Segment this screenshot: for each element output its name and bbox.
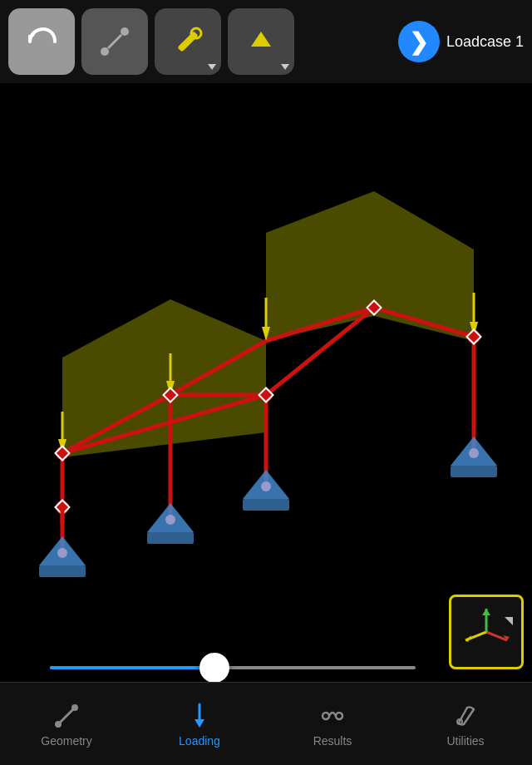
svg-rect-4 <box>177 31 198 52</box>
svg-marker-25 <box>505 617 513 625</box>
bottom-tab-bar: Geometry Loading Results Utilities <box>0 682 532 765</box>
load-surface-left <box>62 299 266 457</box>
load-type-icon <box>170 23 206 60</box>
load-dir-icon <box>243 23 279 60</box>
tab-utilities[interactable]: Utilities <box>399 701 532 748</box>
geometry-icon <box>52 701 81 731</box>
svg-point-2 <box>121 27 129 36</box>
view-cube[interactable] <box>449 595 524 669</box>
results-icon <box>318 701 347 731</box>
node-2 <box>164 388 177 402</box>
load-dir-dropdown-indicator <box>281 64 289 70</box>
edge-button[interactable] <box>81 8 148 75</box>
svg-rect-14 <box>243 499 289 511</box>
svg-point-31 <box>323 713 329 719</box>
node-3 <box>259 388 273 402</box>
node-5 <box>467 330 480 343</box>
load-dir-button[interactable] <box>228 8 294 75</box>
node-4 <box>367 301 381 314</box>
svg-marker-24 <box>482 609 490 615</box>
svg-point-15 <box>261 481 271 491</box>
chevron-right-icon: ❯ <box>409 28 428 56</box>
slider-thumb[interactable] <box>200 653 229 683</box>
structure-diagram <box>0 83 532 682</box>
svg-point-27 <box>55 721 62 728</box>
svg-point-1 <box>101 47 109 56</box>
svg-point-18 <box>469 448 479 458</box>
slider-area[interactable] <box>50 666 416 669</box>
load-type-dropdown-indicator <box>208 64 216 70</box>
tab-utilities-label: Utilities <box>446 734 484 748</box>
svg-point-28 <box>71 704 78 711</box>
svg-line-3 <box>108 35 121 48</box>
utilities-icon <box>451 701 480 731</box>
support-2 <box>147 503 194 544</box>
load-surface-right <box>266 191 474 341</box>
loadcase-next-button[interactable]: ❯ <box>398 21 440 62</box>
undo-button[interactable] <box>8 8 75 75</box>
svg-point-9 <box>57 548 67 558</box>
svg-rect-8 <box>39 565 86 577</box>
tab-loading[interactable]: Loading <box>133 701 266 748</box>
loadcase-label: Loadcase 1 <box>446 33 524 51</box>
svg-rect-11 <box>147 532 194 544</box>
node-1 <box>56 447 69 460</box>
edge-icon <box>96 23 133 60</box>
load-type-button[interactable] <box>155 8 221 75</box>
tab-loading-label: Loading <box>179 734 220 748</box>
tab-results[interactable]: Results <box>266 701 399 748</box>
tab-geometry-label: Geometry <box>41 734 91 748</box>
canvas-area <box>0 83 532 682</box>
undo-icon <box>23 23 60 60</box>
svg-marker-6 <box>251 32 271 47</box>
support-3 <box>243 470 289 511</box>
loading-icon <box>185 701 214 731</box>
support-1 <box>39 536 86 577</box>
tab-geometry[interactable]: Geometry <box>0 701 133 748</box>
support-4 <box>451 437 497 477</box>
view-cube-icon <box>453 599 520 665</box>
toolbar: ❯ Loadcase 1 <box>0 0 532 83</box>
loadcase-area: ❯ Loadcase 1 <box>398 21 524 62</box>
svg-point-32 <box>336 713 342 719</box>
tab-results-label: Results <box>313 734 352 748</box>
slider-fill <box>50 666 214 669</box>
svg-marker-30 <box>195 719 204 728</box>
svg-point-12 <box>165 515 175 525</box>
slider-track[interactable] <box>50 666 416 669</box>
svg-rect-17 <box>451 466 497 477</box>
svg-line-26 <box>58 708 75 724</box>
